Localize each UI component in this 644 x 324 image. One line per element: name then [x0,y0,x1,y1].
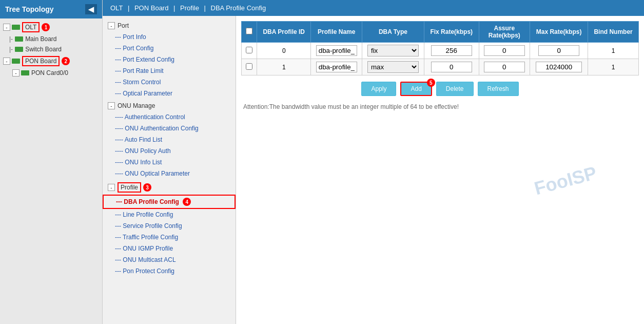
row1-checkbox[interactable] [246,63,252,70]
sidebar-item-main-board[interactable]: |- Main Board [0,34,102,44]
nav-onu-manage-header[interactable]: - ONU Manage [103,100,236,111]
row1-max-rate-input[interactable] [536,62,582,72]
expand-pon-card[interactable]: - [12,69,19,77]
row0-checkbox[interactable] [246,47,252,53]
add-label: Add [411,85,421,92]
nav-onu-auth-config[interactable]: ---- ONU Authentication Config [103,123,236,134]
expand-olt[interactable]: - [3,24,10,31]
col-checkbox-header [242,22,257,43]
col-assure-rate: AssureRate(kbps) [479,22,530,43]
breadcrumb-profile: Profile [180,4,199,12]
nav-traffic-profile-config[interactable]: --- Traffic Profile Config [103,232,236,243]
expand-placeholder2: |- [9,46,13,53]
profile-expand-icon[interactable]: - [108,184,115,191]
nav-section-profile: - Profile 3 --- DBA Profile Config 4 ---… [103,180,236,277]
row0-max-rate-input[interactable] [538,45,579,56]
nav-service-profile-config[interactable]: --- Service Profile Config [103,220,236,232]
main-board-icon [15,36,23,42]
expand-placeholder: |- [9,35,13,43]
row0-name-input[interactable] [316,45,357,56]
row1-id: 1 [257,59,311,75]
nav-profile-header[interactable]: - Profile 3 [103,180,236,195]
add-button[interactable]: Add 5 [400,82,432,96]
onu-manage-items: ---- Authentication Control ---- ONU Aut… [103,111,236,179]
pon-card-icon [21,70,29,75]
row0-type-select[interactable]: fix max assured assuredmax [367,45,419,56]
sidebar-tree: - OLT 1 |- Main Board |- Switch Board - … [0,18,102,324]
nav-port-info[interactable]: --- Port Info [103,31,236,43]
col-max-rate: Max Rate(kbps) [530,22,588,43]
row0-fix-rate-cell [424,43,479,59]
attention-text: Attention:The bandwidth value must be an… [243,103,459,110]
sidebar: Tree Topology ◀ - OLT 1 |- Main Board |-… [0,0,103,324]
row1-name-input[interactable] [316,62,357,72]
sidebar-item-pon-board[interactable]: - PON Board 2 [0,54,102,68]
table-row: 1 fix max assured assuredmax [242,59,639,75]
nav-onu-policy-auth[interactable]: ---- ONU Policy Auth [103,145,236,157]
refresh-button[interactable]: Refresh [478,82,519,96]
breadcrumb: OLT | PON Board | Profile | DBA Profile … [103,0,644,16]
row0-type-cell: fix max assured assuredmax [362,43,424,59]
nav-port-extend-config[interactable]: --- Port Extend Config [103,54,236,65]
delete-button[interactable]: Delete [436,82,474,96]
port-label: Port [118,22,129,29]
nav-optical-parameter[interactable]: --- Optical Parameter [103,88,236,99]
sidebar-item-pon-card[interactable]: - PON Card0/0 [0,68,102,78]
row1-fix-rate-cell [424,59,479,75]
nav-dba-profile-config[interactable]: --- DBA Profile Config 4 [103,195,236,209]
main-content: OLT | PON Board | Profile | DBA Profile … [103,0,644,324]
breadcrumb-sep2: | [173,4,177,12]
col-dba-profile-id: DBA Profile ID [257,22,311,43]
onu-manage-expand-icon[interactable]: - [108,102,115,109]
row1-fix-rate-input[interactable] [431,62,472,72]
pon-card-label: PON Card0/0 [31,69,68,77]
apply-button[interactable]: Apply [361,82,396,96]
port-expand-icon[interactable]: - [108,22,115,29]
expand-pon-board[interactable]: - [3,58,10,65]
dba-profile-table: DBA Profile ID Profile Name DBA Type Fix… [241,21,639,75]
nav-port-header[interactable]: - Port [103,20,236,31]
switch-board-icon [15,47,23,52]
sidebar-title: Tree Topology [5,5,54,13]
row0-assure-rate-input[interactable] [484,45,525,56]
profile-items: --- DBA Profile Config 4 --- Line Profil… [103,195,236,277]
row1-assure-rate-cell [479,59,530,75]
profile-badge: 3 [143,183,151,192]
nav-auto-find-list[interactable]: ---- Auto Find List [103,134,236,145]
port-items: --- Port Info --- Port Config --- Port E… [103,31,236,99]
breadcrumb-sep3: | [204,4,208,12]
row1-assure-rate-input[interactable] [484,62,525,72]
row1-max-rate-cell [530,59,588,75]
pon-board-icon [12,59,20,64]
pon-board-badge: 2 [62,57,70,65]
profile-label: Profile [118,182,141,193]
row0-id: 0 [257,43,311,59]
nav-line-profile-config[interactable]: --- Line Profile Config [103,209,236,220]
nav-port-config[interactable]: --- Port Config [103,43,236,54]
button-bar: Apply Add 5 Delete Refresh [241,82,639,96]
nav-auth-control[interactable]: ---- Authentication Control [103,111,236,123]
sidebar-item-olt[interactable]: - OLT 1 [0,21,102,34]
row1-type-select[interactable]: fix max assured assuredmax [367,61,419,73]
nav-onu-optical-param[interactable]: ---- ONU Optical Parameter [103,168,236,179]
row1-type-cell: fix max assured assuredmax [362,59,424,75]
switch-board-label: Switch Board [25,46,62,53]
nav-port-rate-limit[interactable]: --- Port Rate Limit [103,65,236,77]
nav-storm-control[interactable]: --- Storm Control [103,77,236,88]
row0-assure-rate-cell [479,43,530,59]
olt-label: OLT [22,22,40,32]
nav-onu-info-list[interactable]: ---- ONU Info List [103,157,236,168]
row0-checkbox-cell [242,43,257,59]
select-all-checkbox[interactable] [246,28,252,34]
dba-badge: 4 [183,198,191,206]
sidebar-collapse-button[interactable]: ◀ [85,4,97,14]
watermark: FooISP [532,162,599,200]
nav-onu-multicast-acl[interactable]: --- ONU Multicast ACL [103,254,236,265]
main-board-label: Main Board [25,35,56,43]
nav-onu-igmp-profile[interactable]: --- ONU IGMP Profile [103,243,236,254]
row0-fix-rate-input[interactable] [431,45,472,56]
pon-board-label: PON Board [22,56,60,66]
nav-pon-protect-config[interactable]: --- Pon Protect Config [103,265,236,277]
row1-bind-number: 1 [588,59,639,75]
sidebar-item-switch-board[interactable]: |- Switch Board [0,44,102,54]
